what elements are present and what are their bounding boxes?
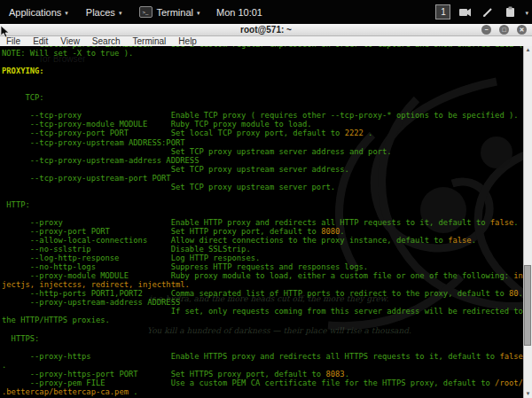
clock[interactable]: Mon 10:01 — [216, 0, 262, 24]
desktop-top-panel: Applications ▾ Places ▾ >_ Terminal ▾ Mo… — [0, 0, 532, 24]
chevron-down-icon: ▾ — [65, 10, 68, 17]
chevron-down-icon[interactable]: ▾ — [525, 10, 528, 17]
terminal-line: --tcp-proxy-port PORT Set local TCP prox… — [2, 129, 524, 137]
terminal-line: NOTE: Will set -X to true ). — [2, 49, 524, 58]
window-controls: − □ ✕ — [481, 25, 527, 35]
terminal-line: --proxy-https Enable HTTPS proxy and red… — [2, 352, 524, 361]
terminal-line: --tcp-proxy-upstream-address ADDRESS — [2, 156, 524, 165]
menu-terminal[interactable]: Terminal — [127, 36, 173, 46]
terminal-line — [2, 191, 524, 200]
terminal-line — [2, 84, 524, 93]
terminal-line: --proxy-pem FILE Use a custom PEM CA cer… — [2, 378, 524, 387]
terminal-text: --custom-parser EXPRESSION Use a custom … — [2, 46, 524, 396]
terminal-line: --http-ports PORT1,PORT2 Comma separated… — [2, 289, 524, 298]
screen-recorder-icon[interactable] — [458, 5, 473, 20]
window-title: root@571: ~ — [240, 25, 292, 35]
terminal-line: --proxy-upstream-address ADDRESS — [2, 298, 524, 307]
terminal-line: Set TCP proxy upstream server port. — [2, 183, 524, 191]
terminal-body[interactable]: Tor Browser is a hydra, and the more hea… — [0, 46, 532, 398]
terminal-line — [2, 325, 524, 334]
minimize-button[interactable]: − — [481, 25, 491, 35]
terminal-line: --proxy-https-port PORT Set HTTPS proxy … — [2, 370, 524, 378]
terminal-line: --proxy-module MODULE Ruby proxy module … — [2, 271, 524, 280]
menu-file[interactable]: File — [0, 36, 27, 46]
terminal-scrollbar[interactable]: ▲ ▼ — [523, 46, 532, 398]
workspace-number: 1 — [441, 7, 446, 17]
scroll-down-arrow-icon[interactable]: ▼ — [524, 390, 532, 398]
close-button[interactable]: ✕ — [517, 25, 527, 35]
terminal-line: --no-sslstrip Disable SSLStrip. — [2, 245, 524, 254]
chevron-down-icon: ▾ — [119, 10, 122, 17]
terminal-line: .bettercap/bettercap-ca.pem . — [2, 387, 524, 396]
terminal-line — [2, 343, 524, 352]
terminal-line: --tcp-proxy-module MODULE Ruby TCP proxy… — [2, 120, 524, 129]
terminal-line: TCP: — [2, 93, 524, 102]
terminal-line: --tcp-proxy Enable TCP proxy ( requires … — [2, 111, 524, 120]
clipboard-status-icon[interactable] — [503, 5, 517, 20]
terminal-line: --proxy-port PORT Set HTTP proxy port, d… — [2, 227, 524, 236]
terminal-app-menu[interactable]: >_ Terminal ▾ — [130, 0, 208, 24]
applications-label: Applications — [9, 7, 61, 18]
applications-menu[interactable]: Applications ▾ — [0, 0, 77, 24]
chevron-down-icon: ▾ — [197, 10, 200, 17]
terminal-line: --log-http-response Log HTTP responses. — [2, 254, 524, 262]
menu-help[interactable]: Help — [172, 36, 203, 46]
menu-edit[interactable]: Edit — [27, 36, 54, 46]
window-titlebar[interactable]: root@571: ~ − □ ✕ — [0, 24, 532, 36]
terminal-line: jectjs, injectcss, redirect, injecthtml. — [2, 280, 524, 289]
pen-tool-icon[interactable] — [481, 5, 495, 20]
menu-search[interactable]: Search — [86, 36, 127, 46]
terminal-line: --allow-local-connections Allow direct c… — [2, 236, 524, 245]
terminal-line: PROXYING: — [2, 66, 524, 75]
terminal-line: Set TCP proxy upstream server address an… — [2, 147, 524, 156]
terminal-line — [2, 102, 524, 111]
terminal-menu-label: Terminal — [156, 7, 193, 18]
workspace-indicator[interactable]: 1 — [435, 4, 450, 20]
terminal-line: --tcp-proxy-upstream-port PORT — [2, 174, 524, 183]
scrollbar-thumb[interactable] — [524, 265, 531, 346]
clock-label: Mon 10:01 — [216, 7, 262, 18]
terminal-line: the HTTP/HTTPS proxies. — [2, 316, 524, 324]
terminal-line — [2, 75, 524, 84]
system-tray: 1 ▾ — [435, 0, 528, 24]
terminal-line: Set TCP proxy upstream server address. — [2, 165, 524, 174]
desktop: { "topbar": { "applications_label": "App… — [0, 0, 532, 398]
terminal-line: HTTPS: — [2, 334, 524, 343]
terminal-icon: >_ — [139, 6, 153, 18]
terminal-line: --tcp-proxy-upstream ADDRESS:PORT — [2, 138, 524, 147]
scroll-up-arrow-icon[interactable]: ▲ — [524, 46, 532, 54]
terminal-line: If set, only requests coming from this s… — [2, 307, 524, 316]
places-label: Places — [86, 7, 115, 18]
places-menu[interactable]: Places ▾ — [77, 0, 131, 24]
terminal-line: --proxy Enable HTTP proxy and redirects … — [2, 218, 524, 227]
terminal-line: HTTP: — [2, 200, 524, 209]
terminal-line — [2, 209, 524, 218]
terminal-line: --no-http-logs Suppress HTTP requests an… — [2, 262, 524, 271]
terminal-line — [2, 58, 524, 66]
maximize-button[interactable]: □ — [499, 25, 509, 35]
menu-view[interactable]: View — [54, 36, 86, 46]
terminal-line: . — [2, 361, 524, 370]
